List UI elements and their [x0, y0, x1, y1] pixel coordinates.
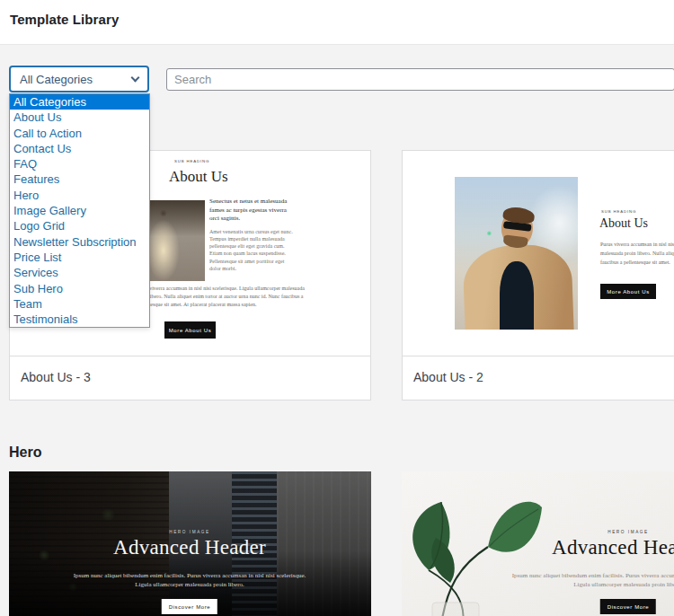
preview-title: Advanced Header: [68, 536, 311, 559]
template-name: About Us - 2: [413, 370, 483, 384]
chevron-down-icon: [131, 74, 140, 83]
preview-lead-text: Senectus et netus et malesuada fames ac …: [209, 198, 296, 224]
photo-head-shape: [500, 207, 536, 249]
category-option[interactable]: Team: [10, 296, 149, 312]
preview-discover-more-button: Discover More: [162, 599, 217, 614]
preview-title: About Us: [169, 168, 228, 186]
template-preview-hero-1: HERO IMAGE Advanced Header Ipsum nunc al…: [9, 471, 371, 616]
category-option[interactable]: Services: [10, 265, 149, 280]
card-footer: About Us - 3: [10, 356, 370, 400]
category-option[interactable]: Price List: [10, 250, 149, 265]
preview-photo-man: [455, 177, 578, 330]
category-select-value: All Categories: [20, 73, 93, 86]
photo-turtleneck-shape: [500, 261, 534, 330]
page-title: Template Library: [10, 12, 119, 27]
preview-eyebrow: HERO IMAGE: [95, 530, 285, 534]
category-option[interactable]: Logo Grid: [10, 218, 149, 233]
template-card-hero-1[interactable]: HERO IMAGE Advanced Header Ipsum nunc al…: [9, 471, 371, 616]
preview-body-text: Amet venenatis urna cursus eget nunc. Te…: [209, 228, 296, 273]
preview-title: Advanced Header: [502, 536, 674, 559]
preview-eyebrow: SUB HEADING: [601, 209, 636, 213]
preview-body-text: Purus viverra accumsan in nisl nisi scel…: [600, 240, 674, 267]
preview-body-text: Ipsum nunc aliquet bibendum enim facilis…: [507, 571, 674, 589]
category-option[interactable]: Features: [10, 172, 149, 187]
category-option[interactable]: FAQ: [10, 156, 149, 172]
template-preview-about-us-2: SUB HEADING About Us Purus viverra accum…: [403, 151, 674, 356]
template-name: About Us - 3: [21, 370, 91, 384]
preview-more-about-us-button: More About Us: [164, 321, 216, 339]
preview-discover-more-button: Discover More: [600, 599, 656, 614]
preview-title: About Us: [599, 216, 648, 231]
template-card-hero-2[interactable]: HERO IMAGE Advanced Header Ipsum nunc al…: [402, 471, 674, 616]
category-option[interactable]: Contact Us: [10, 141, 149, 156]
category-option[interactable]: Sub Hero: [10, 281, 149, 296]
category-select[interactable]: All Categories: [9, 66, 149, 92]
card-footer: About Us - 2: [403, 356, 674, 400]
category-listbox[interactable]: All CategoriesAbout UsCall to ActionCont…: [9, 93, 150, 328]
search-input[interactable]: [166, 68, 674, 91]
category-option[interactable]: All Categories: [10, 94, 149, 110]
template-preview-hero-2: HERO IMAGE Advanced Header Ipsum nunc al…: [402, 471, 674, 616]
preview-eyebrow: HERO IMAGE: [530, 530, 674, 534]
preview-more-about-us-button: More About Us: [600, 284, 656, 299]
preview-eyebrow: SUB HEADING: [174, 159, 209, 163]
template-card-about-us-2[interactable]: SUB HEADING About Us Purus viverra accum…: [402, 150, 674, 400]
category-option[interactable]: Hero: [10, 188, 149, 203]
category-option[interactable]: Image Gallery: [10, 203, 149, 218]
category-option[interactable]: About Us: [10, 110, 149, 125]
section-heading-hero: Hero: [9, 444, 41, 461]
preview-footer-text: Purus viverra accumsan in nisl nisi scel…: [136, 285, 308, 310]
category-option[interactable]: Call to Action: [10, 126, 149, 141]
header-bar: Template Library: [0, 0, 674, 44]
category-option[interactable]: Newsletter Subscription: [10, 234, 149, 250]
category-option[interactable]: Testimonials: [10, 312, 149, 327]
template-library-screen: Template Library About Us All Categories…: [0, 0, 674, 616]
preview-body-text: Ipsum nunc aliquet bibendum enim facilis…: [73, 571, 306, 589]
